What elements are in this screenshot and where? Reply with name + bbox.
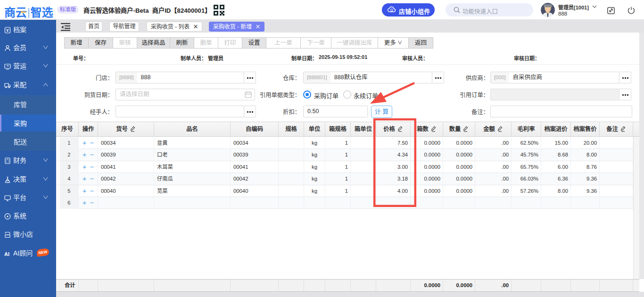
- svg-text:AI: AI: [4, 251, 9, 257]
